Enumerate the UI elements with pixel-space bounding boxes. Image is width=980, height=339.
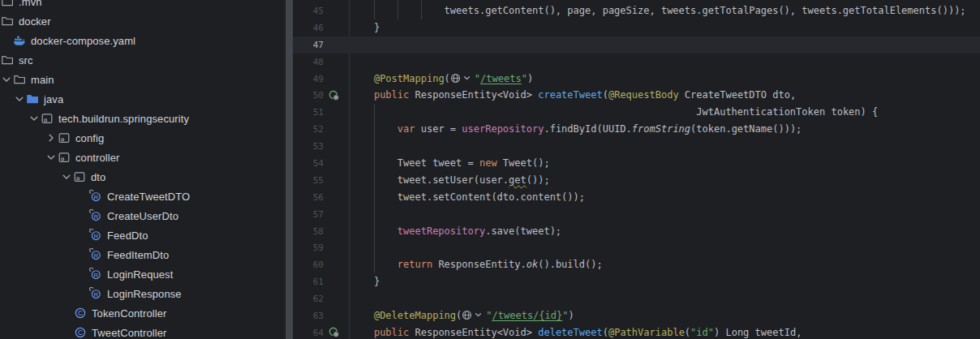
code-line[interactable]: 53	[293, 138, 980, 155]
code-line[interactable]: 52 var user = userRepository.findById(UU…	[293, 121, 980, 138]
line-number[interactable]: 51	[293, 107, 324, 118]
line-number[interactable]: 56	[293, 192, 324, 203]
code-line[interactable]: 57	[293, 206, 980, 223]
code-line[interactable]: 51 JwtAuthenticationToken token) {	[293, 104, 980, 121]
tree-item[interactable]: config	[0, 128, 286, 148]
chevron-down-icon[interactable]	[45, 151, 58, 164]
line-number[interactable]: 50	[293, 90, 324, 101]
code-line[interactable]: 48	[293, 54, 980, 71]
code-line[interactable]: 49 @PostMapping("/tweets")	[293, 71, 980, 88]
panel-splitter[interactable]	[286, 0, 293, 339]
gutter-slot	[324, 106, 343, 119]
tree-item[interactable]: dto	[0, 167, 286, 187]
line-number[interactable]: 60	[293, 260, 324, 270]
tree-item[interactable]: RCreateUserDto	[0, 206, 286, 225]
tree-item[interactable]: main	[0, 70, 286, 89]
record-icon: R	[89, 190, 102, 203]
code-line[interactable]: 64 public ResponseEntity<Void> deleteTwe…	[293, 324, 980, 339]
gutter-slot	[324, 140, 343, 153]
gutter-slot	[324, 174, 343, 187]
tree-item[interactable]: controller	[0, 148, 286, 167]
code-token: fromString	[632, 123, 690, 135]
tree-item[interactable]: docker	[0, 11, 286, 31]
code-token: @PostMapping	[374, 73, 445, 84]
code-token: tweet.setUser(user.	[398, 174, 509, 186]
folder-icon	[1, 15, 14, 28]
tree-item[interactable]: RLoginRequest	[0, 264, 286, 284]
line-number[interactable]: 61	[293, 277, 324, 287]
line-number[interactable]: 55	[293, 175, 324, 186]
record-icon: R	[89, 287, 102, 300]
code-token: JwtAuthenticationToken token) {	[696, 106, 878, 118]
line-number[interactable]: 62	[293, 294, 324, 304]
tree-item[interactable]: RFeedDto	[0, 225, 286, 245]
code-token: .save(tweet);	[485, 225, 561, 237]
folder-icon	[13, 73, 26, 86]
tree-item[interactable]: .mvn	[0, 0, 286, 11]
code-line[interactable]: 56 tweet.setContent(dto.content());	[293, 189, 980, 206]
chevron-down-icon[interactable]	[28, 112, 41, 125]
line-number[interactable]: 54	[293, 158, 324, 169]
gutter-slot	[324, 38, 343, 51]
code-line[interactable]: 46 }	[293, 19, 980, 36]
tree-item[interactable]: docker-compose.yaml	[0, 31, 286, 50]
chevron-down-icon[interactable]	[13, 92, 26, 105]
tree-item[interactable]: RCreateTweetDTO	[0, 187, 286, 206]
folder-icon	[1, 54, 14, 67]
code-token: .findById(UUID.	[544, 123, 631, 135]
line-number[interactable]: 64	[293, 328, 324, 338]
code-line[interactable]: 55 tweet.setUser(user.get());	[293, 172, 980, 189]
code-line[interactable]: 62	[293, 290, 980, 307]
tree-item-label: docker-compose.yaml	[31, 35, 135, 47]
tree-item-label: main	[31, 74, 54, 86]
line-number[interactable]: 45	[293, 6, 324, 16]
tree-item[interactable]: RFeedItemDto	[0, 245, 286, 264]
record-icon: R	[89, 209, 102, 222]
gutter-slot	[324, 123, 343, 136]
gutter-slot	[324, 157, 343, 170]
svg-text:C: C	[78, 309, 83, 317]
url-globe-inlay-icon[interactable]	[462, 309, 486, 320]
tree-item-label: controller	[75, 152, 119, 164]
spring-mapping-gutter-icon[interactable]	[324, 89, 343, 102]
code-text: tweet.setContent(dto.content());	[343, 189, 585, 206]
tree-item[interactable]: java	[0, 89, 286, 109]
code-token: var	[398, 123, 415, 135]
tree-item[interactable]: src	[0, 50, 286, 70]
line-number[interactable]: 48	[293, 57, 324, 67]
record-icon: R	[89, 268, 102, 281]
code-line[interactable]: 58 tweetRepository.save(tweet);	[293, 223, 980, 240]
line-number[interactable]: 63	[293, 311, 324, 321]
code-line[interactable]: 50 public ResponseEntity<Void> createTwe…	[293, 87, 980, 104]
code-line[interactable]: 54 Tweet tweet = new Tweet();	[293, 155, 980, 172]
code-text: return ResponseEntity.ok().build();	[343, 256, 603, 273]
tree-item[interactable]: RLoginResponse	[0, 284, 286, 303]
code-line[interactable]: 63 @DeleteMapping("/tweets/{id}")	[293, 307, 980, 324]
tree-item[interactable]: CTokenController	[0, 303, 286, 323]
line-number[interactable]: 47	[293, 40, 324, 50]
line-number[interactable]: 52	[293, 124, 324, 135]
line-number[interactable]: 53	[293, 141, 324, 152]
code-line[interactable]: 59	[293, 239, 980, 256]
code-line-active[interactable]: 47	[293, 36, 980, 54]
line-number[interactable]: 46	[293, 23, 324, 33]
tree-item[interactable]: CTweetController	[0, 323, 286, 339]
url-globe-inlay-icon[interactable]	[450, 72, 475, 83]
tree-item-label: FeedDto	[107, 230, 148, 242]
line-number[interactable]: 49	[293, 74, 324, 84]
tree-item[interactable]: tech.buildrun.springsecurity	[0, 109, 286, 128]
code-line[interactable]: 61 }	[293, 273, 980, 290]
gutter-slot	[324, 242, 343, 255]
code-token: )	[527, 73, 533, 84]
line-number[interactable]: 59	[293, 242, 324, 253]
spring-mapping-gutter-icon[interactable]	[324, 326, 343, 339]
line-number[interactable]: 57	[293, 209, 324, 220]
code-line[interactable]: 60 return ResponseEntity.ok().build();	[293, 256, 980, 273]
code-text: public ResponseEntity<Void> createTweet(…	[343, 87, 796, 104]
svg-text:R: R	[93, 194, 98, 201]
chevron-down-icon[interactable]	[60, 170, 73, 183]
line-number[interactable]: 58	[293, 226, 324, 237]
code-line[interactable]: 45 tweets.getContent(), page, pageSize, …	[293, 2, 980, 19]
chevron-down-icon[interactable]	[0, 73, 13, 86]
chevron-right-icon[interactable]	[45, 131, 58, 144]
